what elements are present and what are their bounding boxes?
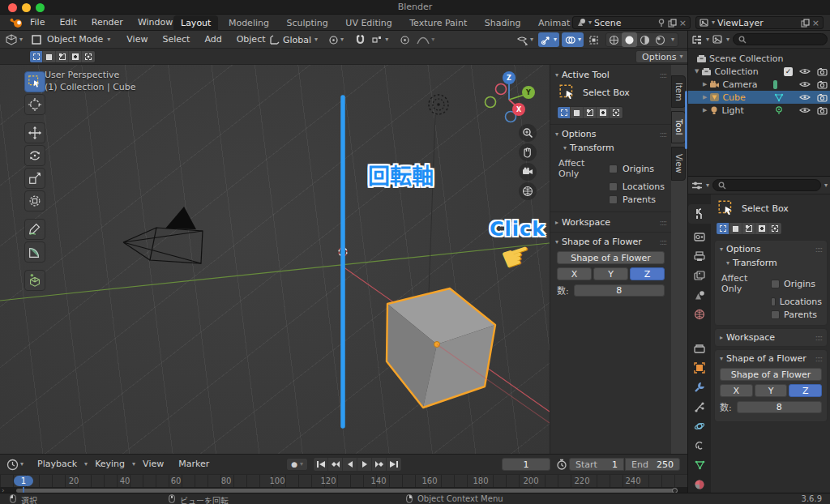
parents-checkbox[interactable] [771,310,780,319]
parents-checkbox[interactable] [609,195,618,204]
options-panel-header[interactable]: ▾ Options :::: [550,127,671,141]
properties-tab-material[interactable] [688,475,711,494]
flower-panel-header[interactable]: ▾ Shape of a Flower :::: [550,235,671,249]
properties-tab-view-layer[interactable] [688,266,711,285]
pan-view-button[interactable] [519,143,537,161]
expand-icon[interactable]: ▶ [703,107,707,113]
select-mode-subtract[interactable] [742,223,755,234]
timeline-editor-caret[interactable]: ▾ [20,461,24,468]
panel-grip[interactable]: :::: [815,246,822,254]
current-frame-field[interactable]: 1 [502,458,550,471]
auto-keying-toggle[interactable]: ● ▾ [286,458,308,471]
timeline-ruler[interactable]: 1 20 40 60 80 100 120 140 160 180 200 22… [0,474,687,487]
snap-toggle[interactable] [353,32,368,47]
count-field[interactable]: 8 [574,284,665,297]
play-button[interactable] [357,458,372,471]
playhead[interactable]: 1 [14,476,33,486]
close-window-button[interactable] [8,3,17,12]
locations-checkbox[interactable] [609,182,618,191]
viewlayer-browse-caret[interactable]: ▾ [712,19,715,26]
outliner-row-light[interactable]: ▶ Light [688,104,830,117]
minimize-window-button[interactable] [22,3,31,12]
outliner-editor-caret[interactable]: ▾ [706,36,709,43]
tool-measure[interactable] [24,241,45,263]
menu-playback[interactable]: Playback [30,456,84,472]
scene-browse-caret[interactable]: ▾ [588,19,592,26]
menu-file[interactable]: File [23,15,52,31]
sidebar-tab-item[interactable]: Item [671,75,686,108]
workspace-tab-uv-editing[interactable]: UV Editing [338,15,399,32]
panel-grip[interactable]: :::: [660,71,666,79]
pivot-point-selector[interactable]: ▾ [326,32,346,47]
workspace-panel-header[interactable]: ▸ Workspace :::: [715,331,827,344]
new-viewlayer-icon[interactable] [801,19,810,28]
use-preview-range-icon[interactable] [556,459,567,470]
select-mode-subtract[interactable] [56,51,69,62]
workspace-tab-shading[interactable]: Shading [477,15,528,32]
menu-view[interactable]: View [120,31,154,49]
disable-render-camera-icon[interactable] [817,93,828,102]
select-mode-invert[interactable] [755,223,768,234]
new-scene-icon[interactable] [668,19,677,28]
properties-tab-object[interactable] [688,358,711,378]
transform-subpanel-header[interactable]: ▾ Transform [550,141,671,155]
properties-tab-object-data[interactable] [688,455,711,475]
menu-view[interactable]: View [135,456,171,472]
hide-viewport-eye-icon[interactable] [799,106,811,114]
properties-tab-render[interactable] [688,227,711,246]
properties-options-caret[interactable]: ▾ [824,182,828,189]
hide-viewport-eye-icon[interactable] [799,80,811,88]
toggle-perspective-button[interactable] [519,182,537,200]
viewlayer-name[interactable]: ViewLayer [717,18,798,28]
properties-tab-physics[interactable] [688,416,711,436]
collection-checkbox[interactable]: ✓ [784,67,793,76]
zoom-view-button[interactable] [519,124,537,142]
editor-type-outliner-icon[interactable] [691,35,703,45]
select-mode-intersect[interactable] [768,223,781,234]
jump-to-next-keyframe-button[interactable] [372,458,387,471]
options-panel-header[interactable]: ▾ Options :::: [715,242,827,256]
outliner-search-input[interactable] [733,33,828,45]
shading-solid-button[interactable] [622,32,637,47]
axis-x-button[interactable]: X [557,267,592,280]
outliner-display-mode-icon[interactable] [712,35,723,45]
panel-grip[interactable]: :::: [660,219,666,227]
active-tool-panel-header[interactable]: ▾ Active Tool :::: [550,68,671,82]
panel-grip[interactable]: :::: [815,334,822,342]
proportional-falloff-selector[interactable]: ▾ [414,32,437,47]
properties-tab-collection[interactable] [688,339,711,358]
frame-end-field[interactable]: End250 [625,458,680,471]
axis-y-button[interactable]: Y [755,384,788,397]
select-mode-new[interactable] [30,51,43,62]
play-reverse-button[interactable] [343,458,357,471]
select-mode-new[interactable] [717,223,729,234]
frame-start-field[interactable]: Start1 [569,458,624,471]
tool-scale[interactable] [24,168,45,189]
tool-cursor[interactable] [24,94,45,115]
pin-icon[interactable] [657,19,665,28]
shading-material-button[interactable] [637,32,652,47]
shape-of-a-flower-button[interactable]: Shape of a Flower [720,368,822,381]
outliner-row-camera[interactable]: ▶ Camera [688,78,830,91]
options-dropdown[interactable]: Options▾ [635,50,689,63]
orientation-caret[interactable]: ▾ [314,36,318,43]
properties-tab-modifiers[interactable] [688,378,711,397]
mode-selector[interactable]: Object Mode [44,31,105,49]
properties-tab-tool[interactable] [688,204,711,224]
scene-selector[interactable]: ▾ Scene × [572,16,691,29]
tool-transform[interactable] [24,190,45,211]
properties-tab-constraints[interactable] [688,436,711,455]
select-mode-intersect[interactable] [610,107,622,118]
workspace-tab-layout[interactable]: Layout [173,15,218,32]
unlink-scene-button[interactable]: × [679,18,687,28]
properties-search-input[interactable] [712,179,821,191]
menu-render[interactable]: Render [84,15,130,31]
transform-orientation-selector[interactable]: Global [281,35,313,45]
tool-add-cube[interactable] [24,270,45,291]
disable-render-camera-icon[interactable] [817,80,828,89]
panel-grip[interactable]: :::: [660,238,666,246]
shape-of-a-flower-button[interactable]: Shape of a Flower [557,251,665,264]
proportional-editing-toggle[interactable] [397,32,413,47]
flower-panel-header[interactable]: ▾ Shape of a Flower :::: [715,352,827,365]
properties-tab-output[interactable] [688,246,711,266]
